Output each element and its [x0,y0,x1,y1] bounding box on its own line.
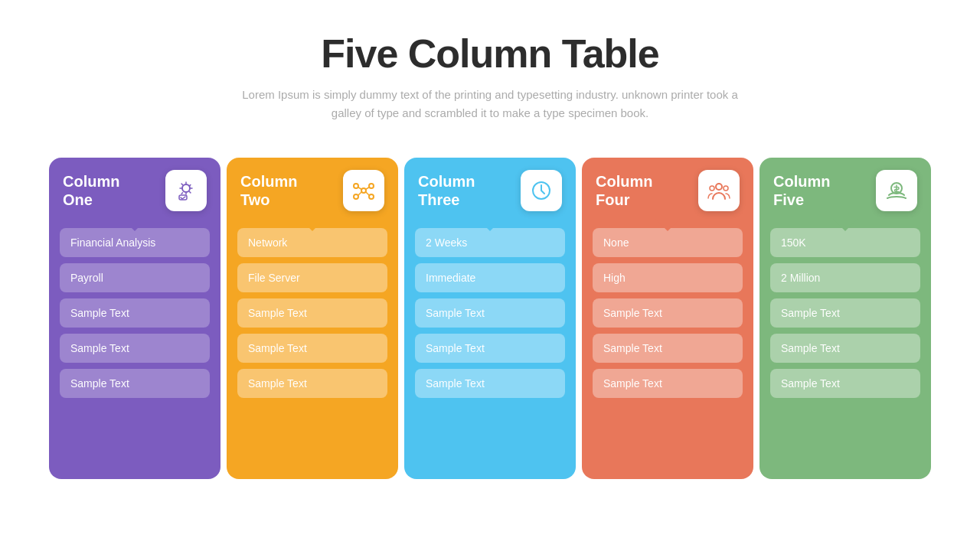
col-three-rows: 2 Weeks Immediate Sample Text Sample Tex… [415,228,565,404]
svg-point-13 [710,186,714,191]
column-five: ColumnFive 150K 2 Million Sample Text Sa… [760,158,931,479]
col-five-title: ColumnFive [773,172,830,209]
col-three-icon-box [521,170,562,211]
list-item: 150K [770,228,920,257]
column-four: ColumnFour None High Sample Text Sample … [582,158,753,479]
col-one-title: ColumnOne [63,172,119,209]
column-three: ColumnThree 2 Weeks Immediate Sample Tex… [404,158,576,479]
svg-line-8 [366,187,370,190]
col-two-rows: Network File Server Sample Text Sample T… [237,228,387,404]
col-five-header: ColumnFive [770,158,920,220]
list-item: Sample Text [593,298,743,328]
gear-check-icon [174,178,198,203]
list-item: Financial Analysis [60,228,210,257]
list-item: Sample Text [237,369,387,398]
clock-icon [529,178,554,203]
col-four-header: ColumnFour [593,158,743,220]
list-item: High [593,263,743,292]
column-one: ColumnOne Financial Analysis Payroll Sam… [49,158,220,479]
page-subtitle: Lorem Ipsum is simply dummy text of the … [230,86,750,122]
svg-point-14 [724,186,728,191]
col-one-icon-box [165,170,207,211]
col-four-title: ColumnFour [596,172,652,209]
list-item: Payroll [60,263,210,292]
col-two-icon-box [343,170,384,211]
five-column-table: ColumnOne Financial Analysis Payroll Sam… [46,158,934,479]
list-item: Sample Text [593,334,743,363]
svg-point-12 [716,184,722,190]
list-item: 2 Weeks [415,228,565,257]
svg-point-0 [182,184,190,192]
list-item: Sample Text [415,334,565,363]
col-three-header: ColumnThree [415,158,565,220]
list-item: File Server [237,263,387,292]
col-four-rows: None High Sample Text Sample Text Sample… [593,228,743,404]
list-item: Sample Text [770,369,920,398]
svg-line-7 [358,187,362,190]
col-three-title: ColumnThree [418,172,475,209]
list-item: Sample Text [415,298,565,328]
list-item: Sample Text [60,369,210,398]
list-item: Sample Text [415,369,565,398]
page-header: Five Column Table Lorem Ipsum is simply … [230,31,750,122]
list-item: Sample Text [60,334,210,363]
column-two: ColumnTwo Network File Server Samp [227,158,398,479]
money-icon [884,178,909,203]
col-five-icon-box [876,170,917,211]
list-item: Immediate [415,263,565,292]
list-item: 2 Million [770,263,920,292]
svg-line-10 [366,192,370,196]
list-item: Sample Text [770,334,920,363]
list-item: Sample Text [237,334,387,363]
col-four-icon-box [698,170,740,211]
col-five-rows: 150K 2 Million Sample Text Sample Text S… [770,228,920,404]
list-item: None [593,228,743,257]
svg-point-3 [354,184,358,188]
col-two-title: ColumnTwo [240,172,297,209]
svg-point-4 [369,184,374,188]
list-item: Sample Text [237,298,387,328]
svg-line-9 [358,192,362,196]
people-icon [707,178,731,203]
list-item: Sample Text [593,369,743,398]
list-item: Sample Text [770,298,920,328]
page-title: Five Column Table [230,31,750,77]
col-one-rows: Financial Analysis Payroll Sample Text S… [60,228,210,404]
list-item: Network [237,228,387,257]
col-one-header: ColumnOne [60,158,210,220]
network-icon [351,178,376,203]
col-two-header: ColumnTwo [237,158,387,220]
list-item: Sample Text [60,298,210,328]
